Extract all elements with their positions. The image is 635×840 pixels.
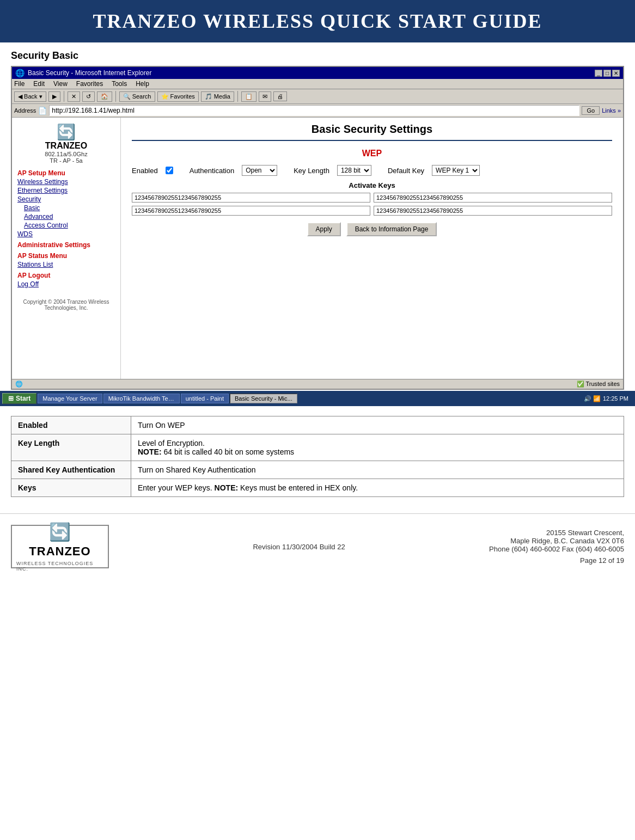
- toolbar-separator: [64, 91, 64, 102]
- ie-icon: 🌐: [15, 69, 25, 77]
- sidebar-ap-setup-title: AP Setup Menu: [17, 169, 115, 177]
- footer-logo-icon: 🔄: [49, 522, 71, 542]
- sidebar-log-off[interactable]: Log Off: [17, 280, 115, 288]
- menu-favorites[interactable]: Favorites: [76, 80, 103, 88]
- footer-right: 20155 Stewart Crescent, Maple Ridge, B.C…: [489, 529, 624, 565]
- keys-def-text: Enter your WEP keys.: [138, 483, 215, 492]
- key-length-def-text: Level of Encryption.: [138, 439, 205, 447]
- menu-file[interactable]: File: [14, 80, 25, 88]
- table-term-sharedkey: Shared Key Authentication: [11, 461, 131, 479]
- table-term-enabled: Enabled: [11, 416, 131, 434]
- address-page-icon: 📄: [38, 107, 47, 115]
- action-buttons: Apply Back to Information Page: [132, 222, 612, 236]
- sidebar-wds[interactable]: WDS: [17, 230, 115, 238]
- auth-select[interactable]: Open Shared: [242, 165, 277, 176]
- taskbar-item-ie[interactable]: Basic Security - Mic...: [230, 394, 297, 403]
- sidebar-copyright: Copyright © 2004 Tranzeo Wireless Techno…: [17, 299, 115, 311]
- table-def-keylength: Level of Encryption. NOTE: 64 bit is cal…: [131, 434, 624, 461]
- key1-input[interactable]: [132, 193, 370, 203]
- taskbar-time: 12:25 PM: [603, 395, 628, 402]
- taskbar-item-manage[interactable]: Manage Your Server: [38, 394, 102, 403]
- table-row: Key Length Level of Encryption. NOTE: 64…: [11, 434, 624, 461]
- browser-content: 🔄 TRANZEO 802.11a/5.0Ghz TR - AP - 5a AP…: [12, 118, 623, 379]
- media-button[interactable]: 🎵 Media: [201, 91, 234, 102]
- print-button[interactable]: 🖨: [273, 91, 287, 101]
- taskbar-item-mikrotik[interactable]: MikroTik Bandwidth Test...: [103, 394, 180, 403]
- apply-button[interactable]: Apply: [307, 222, 341, 236]
- footer-logo-brand: TRANZEO: [29, 544, 90, 559]
- auth-label: Authentication: [190, 167, 234, 175]
- toolbar-separator3: [237, 91, 238, 102]
- restore-button[interactable]: □: [603, 70, 611, 77]
- table-def-keys: Enter your WEP keys. NOTE: Keys must be …: [131, 479, 624, 497]
- footer-logo-sub: WIRELESS TECHNOLOGIES INC.: [16, 561, 103, 572]
- sidebar-security[interactable]: Security: [17, 195, 115, 203]
- info-table: Enabled Turn On WEP Key Length Level of …: [11, 416, 624, 497]
- sidebar-advanced[interactable]: Advanced: [24, 213, 115, 220]
- sidebar-stations-list[interactable]: Stations List: [17, 261, 115, 268]
- key4-input[interactable]: [374, 206, 612, 216]
- footer-address-line3: Phone (604) 460-6002 Fax (604) 460-6005: [489, 545, 624, 553]
- menu-view[interactable]: View: [53, 80, 68, 88]
- sidebar-admin-section: Administrative Settings: [17, 241, 115, 249]
- key-length-select[interactable]: 64 bit 128 bit: [337, 165, 371, 176]
- status-right: ✅ Trusted sites: [577, 381, 620, 388]
- browser-addressbar: Address 📄 Go Links »: [12, 104, 623, 118]
- wep-enabled-row: Enabled Authentication Open Shared Key L…: [132, 165, 612, 176]
- keys-note: Keys must be entered in HEX only.: [238, 483, 358, 492]
- menu-help[interactable]: Help: [136, 80, 149, 88]
- sidebar-access-control[interactable]: Access Control: [24, 222, 115, 229]
- start-label: Start: [16, 395, 30, 402]
- sidebar-ap-logout: AP Logout: [17, 272, 115, 279]
- footer-page-number: Page 12 of 19: [489, 556, 624, 565]
- forward-button[interactable]: ▶: [48, 91, 60, 102]
- main-heading: Basic Security Settings: [132, 123, 612, 141]
- minimize-button[interactable]: _: [595, 70, 602, 77]
- home-button[interactable]: 🏠: [97, 91, 112, 102]
- sidebar-ethernet-settings[interactable]: Ethernet Settings: [17, 187, 115, 194]
- favorites-button[interactable]: ⭐ Favorites: [157, 91, 199, 102]
- tranzeo-logo-icon: 🔄: [17, 123, 115, 141]
- footer-address-line1: 20155 Stewart Crescent,: [489, 529, 624, 537]
- mail-button[interactable]: ✉: [259, 91, 271, 102]
- links-label[interactable]: Links »: [602, 107, 621, 114]
- sidebar-status-title: AP Status Menu: [17, 252, 115, 260]
- history-button[interactable]: 📋: [241, 91, 257, 102]
- key3-input[interactable]: [132, 206, 370, 216]
- table-def-sharedkey: Turn on Shared Key Authentication: [131, 461, 624, 479]
- back-button[interactable]: ◀ Back ▾: [14, 91, 46, 102]
- wep-title: WEP: [132, 149, 612, 158]
- footer-logo-box: 🔄 TRANZEO WIRELESS TECHNOLOGIES INC.: [11, 525, 109, 568]
- sidebar-status-section: AP Status Menu Stations List: [17, 252, 115, 268]
- toolbar-separator2: [115, 91, 116, 102]
- menu-tools[interactable]: Tools: [112, 80, 127, 88]
- sidebar-wireless-settings[interactable]: Wireless Settings: [17, 178, 115, 186]
- search-button[interactable]: 🔍 Search: [119, 91, 155, 102]
- key2-input[interactable]: [374, 193, 612, 203]
- table-row: Enabled Turn On WEP: [11, 416, 624, 434]
- revision-text: Revision 11/30/2004 Build 22: [253, 543, 345, 551]
- address-input[interactable]: [49, 105, 579, 116]
- table-term-keys: Keys: [11, 479, 131, 497]
- menu-edit[interactable]: Edit: [33, 80, 45, 88]
- page-header: TRANZEO WIRELESS QUICK START GUIDE: [0, 0, 635, 42]
- stop-button[interactable]: ✕: [68, 91, 80, 102]
- sidebar-basic[interactable]: Basic: [24, 204, 115, 212]
- close-button[interactable]: ✕: [612, 70, 620, 77]
- sidebar-model: TR - AP - 5a: [17, 157, 115, 164]
- back-to-info-button[interactable]: Back to Information Page: [346, 222, 437, 236]
- table-row: Shared Key Authentication Turn on Shared…: [11, 461, 624, 479]
- enabled-checkbox[interactable]: [166, 167, 173, 174]
- start-button[interactable]: ⊞ Start: [2, 393, 36, 404]
- browser-sidebar: 🔄 TRANZEO 802.11a/5.0Ghz TR - AP - 5a AP…: [12, 118, 121, 379]
- trusted-sites-status: ✅ Trusted sites: [577, 381, 620, 388]
- default-key-select[interactable]: WEP Key 1 WEP Key 2 WEP Key 3 WEP Key 4: [432, 165, 480, 176]
- window-controls[interactable]: _ □ ✕: [595, 70, 620, 77]
- default-key-label: Default Key: [388, 167, 424, 175]
- go-button[interactable]: Go: [582, 106, 600, 115]
- taskbar-item-paint[interactable]: untitled - Paint: [181, 394, 229, 403]
- browser-toolbar: ◀ Back ▾ ▶ ✕ ↺ 🏠 🔍 Search ⭐ Favorites 🎵 …: [12, 89, 623, 104]
- table-def-enabled: Turn On WEP: [131, 416, 624, 434]
- sidebar-logo: 🔄 TRANZEO 802.11a/5.0Ghz TR - AP - 5a: [17, 123, 115, 164]
- refresh-button[interactable]: ↺: [82, 91, 95, 102]
